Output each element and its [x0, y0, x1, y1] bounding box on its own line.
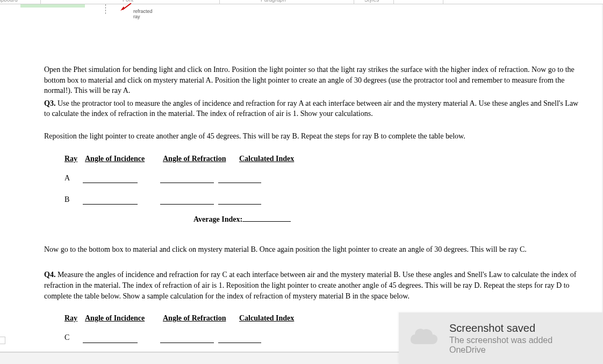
average-index-1: Average Index:	[193, 214, 582, 225]
intro-paragraph: Open the Phet simulation for bending lig…	[44, 64, 582, 96]
q4-text: Measure the angles of incidence and refr…	[44, 271, 576, 300]
blank-refraction	[160, 336, 214, 343]
table-row: A	[64, 171, 582, 183]
question-4: Q4. Measure the angles of incidence and …	[44, 270, 582, 301]
blank-refraction	[160, 176, 214, 183]
page-number-indicator	[0, 337, 5, 344]
ribbon-bar: Clipboard Font Paragraph Styles	[0, 0, 603, 4]
medium-block	[20, 4, 85, 8]
table-row: B	[64, 193, 582, 205]
table-1: Ray Angle of Incidence Angle of Refracti…	[64, 154, 582, 225]
ribbon-group-paragraph: Paragraph	[261, 0, 286, 3]
row-label-a: A	[64, 173, 83, 184]
notification-body-2: OneDrive	[449, 345, 593, 355]
blank-index	[218, 176, 261, 183]
q4-label: Q4.	[44, 271, 55, 279]
blank-refraction	[160, 197, 214, 205]
ribbon-group-clipboard: Clipboard	[0, 0, 18, 3]
svg-marker-1	[120, 6, 125, 11]
refracted-ray-label: refracted ray	[133, 9, 153, 19]
header-incidence: Angle of Incidence	[85, 313, 163, 324]
q3-label: Q3.	[44, 99, 55, 107]
ribbon-separator	[443, 0, 443, 4]
ribbon-group-styles: Styles	[364, 0, 379, 3]
ribbon-group-font: Font	[123, 0, 133, 3]
blank-index	[218, 336, 261, 343]
reposition-paragraph: Reposition the light pointer to create a…	[44, 131, 582, 142]
document-page[interactable]: refracted ray Open the Phet simulation f…	[0, 4, 602, 352]
refracted-ray-arrow	[120, 3, 131, 10]
normal-line	[105, 4, 106, 14]
blank-incidence	[83, 197, 138, 205]
header-ray: Ray	[64, 313, 85, 324]
blank-avg	[242, 215, 291, 222]
notification-body-1: The screenshot was added	[449, 336, 593, 345]
blank-incidence	[83, 176, 138, 183]
header-ray: Ray	[64, 154, 85, 164]
header-calc: Calculated Index	[239, 154, 314, 164]
q3-text: Use the protractor tool to measure the a…	[44, 99, 578, 118]
notification-title: Screenshot saved	[449, 322, 593, 334]
row-label-b: B	[64, 194, 83, 205]
ribbon-separator	[40, 0, 41, 4]
ribbon-separator	[393, 0, 394, 4]
question-3: Q3. Use the protractor tool to measure t…	[44, 98, 582, 119]
header-calc: Calculated Index	[239, 313, 314, 324]
header-incidence: Angle of Incidence	[85, 154, 163, 164]
ribbon-separator	[219, 0, 220, 4]
avg-label: Average Index:	[193, 215, 242, 223]
blank-incidence	[83, 336, 138, 343]
ribbon-separator	[354, 0, 354, 4]
mid-paragraph: Now go to the bottom box to material and…	[44, 244, 582, 255]
header-refraction: Angle of Refraction	[163, 154, 239, 164]
table-1-header: Ray Angle of Incidence Angle of Refracti…	[64, 154, 582, 164]
cloud-icon	[408, 323, 440, 354]
onedrive-notification[interactable]: Screenshot saved The screenshot was adde…	[399, 312, 603, 364]
blank-index	[218, 197, 261, 205]
notification-text: Screenshot saved The screenshot was adde…	[449, 322, 593, 355]
refraction-diagram: refracted ray	[20, 4, 144, 15]
header-refraction: Angle of Refraction	[163, 313, 239, 324]
row-label-c: C	[64, 332, 83, 343]
